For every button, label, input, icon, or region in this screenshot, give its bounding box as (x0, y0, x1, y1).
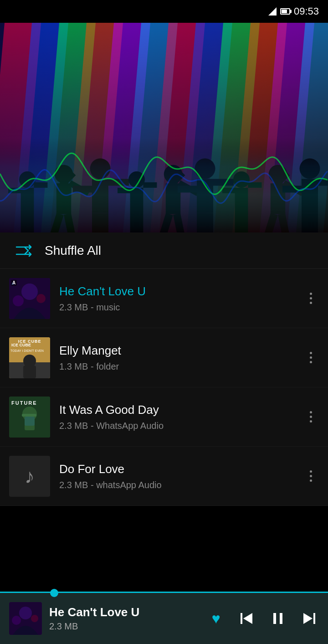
song-info-3: It Was A Good Day 2.3 MB - WhatsApp Audi… (59, 403, 302, 431)
song-menu-3[interactable] (302, 407, 319, 427)
song-info-4: Do For Love 2.3 MB - whatsApp Audio (59, 462, 302, 490)
now-playing-controls: ♥ (206, 608, 319, 629)
menu-dot (310, 479, 312, 482)
song-meta-4: 2.3 MB - whatsApp Audio (59, 480, 302, 490)
svg-point-21 (31, 615, 38, 622)
svg-marker-0 (268, 7, 277, 15)
svg-rect-25 (280, 613, 282, 624)
song-meta-3: 2.3 MB - WhatsApp Audio (59, 421, 302, 431)
song-item-3[interactable]: FUTURE It Was A Good Day 2.3 MB - WhatsA… (0, 387, 328, 447)
song-meta-2: 1.3 MB - folder (59, 361, 302, 372)
song-item-4[interactable]: ♪ Do For Love 2.3 MB - whatsApp Audio (0, 447, 328, 506)
song-menu-1[interactable] (302, 288, 319, 309)
svg-point-19 (19, 607, 32, 619)
song-info-2: Elly Manget 1.3 MB - folder (59, 344, 302, 372)
music-note-icon: ♪ (25, 465, 35, 488)
svg-marker-27 (303, 613, 313, 624)
now-playing-bar[interactable]: He Can't Love U 2.3 MB ♥ (0, 592, 328, 644)
battery-icon (280, 8, 290, 15)
song-thumb-3: FUTURE (9, 397, 50, 438)
menu-dot (310, 361, 312, 363)
svg-point-20 (12, 616, 21, 625)
svg-rect-24 (273, 613, 276, 624)
now-playing-thumb (9, 602, 42, 635)
svg-rect-15 (22, 414, 36, 417)
song-item-2[interactable]: ICE CUBE ICE CUBE TODAY I DIDN'T EVEN El… (0, 328, 328, 387)
menu-dot (310, 470, 312, 473)
menu-dot (310, 420, 312, 422)
svg-rect-22 (241, 613, 242, 624)
song-thumb-4: ♪ (9, 456, 50, 497)
menu-dot (310, 411, 312, 413)
signal-icon (268, 7, 277, 15)
menu-dot (310, 475, 312, 477)
menu-dot (310, 293, 312, 295)
next-button[interactable] (299, 608, 319, 629)
hero-canvas (0, 23, 328, 232)
shuffle-label: Shuffle All (45, 243, 101, 258)
hero-image (0, 23, 328, 232)
progress-dot (50, 589, 58, 597)
now-playing-title: He Can't Love U (49, 605, 199, 619)
svg-rect-26 (313, 613, 315, 624)
song-item-1[interactable]: A A He Can't Love U 2.3 MB - music (0, 269, 328, 328)
menu-dot (310, 297, 312, 299)
svg-marker-23 (243, 613, 252, 624)
song-thumb-1: A A (9, 278, 50, 319)
svg-rect-17 (25, 417, 35, 426)
song-thumb-2: ICE CUBE ICE CUBE TODAY I DIDN'T EVEN (9, 337, 50, 378)
status-time: 09:53 (294, 5, 319, 17)
now-playing-meta: 2.3 MB (49, 621, 199, 632)
svg-point-4 (36, 294, 46, 303)
svg-text:TODAY I DIDN'T EVEN: TODAY I DIDN'T EVEN (10, 349, 44, 352)
svg-point-3 (13, 295, 24, 306)
status-icons: 09:53 (268, 5, 319, 17)
pause-button[interactable] (268, 608, 288, 629)
song-title-4: Do For Love (59, 462, 302, 476)
menu-dot (310, 302, 312, 304)
prev-button[interactable] (237, 608, 257, 629)
song-list: A A He Can't Love U 2.3 MB - music (0, 269, 328, 506)
song-info-1: He Can't Love U 2.3 MB - music (59, 284, 302, 313)
svg-point-10 (23, 355, 36, 367)
svg-text:FUTURE: FUTURE (11, 400, 37, 406)
now-playing-info: He Can't Love U 2.3 MB (49, 605, 199, 632)
song-title-2: Elly Manget (59, 344, 302, 358)
song-menu-2[interactable] (302, 347, 319, 368)
song-title-1: He Can't Love U (59, 284, 302, 299)
menu-dot (310, 356, 312, 359)
svg-point-2 (21, 283, 38, 300)
svg-rect-11 (23, 366, 36, 378)
song-title-3: It Was A Good Day (59, 403, 302, 417)
menu-dot (310, 352, 312, 354)
song-menu-4[interactable] (302, 466, 319, 486)
shuffle-row[interactable]: Shuffle All (0, 232, 328, 269)
favorite-button[interactable]: ♥ (206, 608, 226, 629)
status-bar: 09:53 (0, 0, 328, 23)
song-meta-1: 2.3 MB - music (59, 302, 302, 313)
menu-dot (310, 416, 312, 418)
shuffle-icon[interactable] (14, 241, 34, 261)
